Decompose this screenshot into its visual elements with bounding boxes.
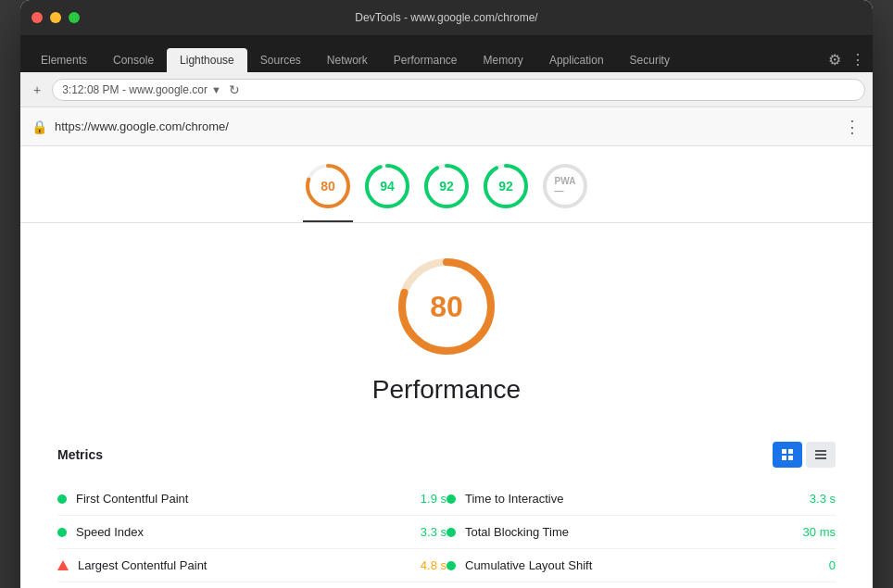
close-button[interactable]: [31, 12, 43, 23]
tab-network[interactable]: Network: [314, 48, 381, 72]
score-circle-92b: 92: [481, 161, 531, 211]
tbt-indicator: [446, 528, 456, 537]
cls-indicator: [446, 561, 456, 570]
url-text[interactable]: https://www.google.com/chrome/: [55, 119, 836, 133]
url-more-icon[interactable]: ⋮: [844, 117, 862, 137]
svg-rect-14: [788, 456, 793, 460]
big-score-circle: 80: [391, 251, 502, 362]
tab-bar-actions: ⚙ ⋮: [828, 51, 865, 72]
metric-row-si: Speed Index 3.3 s: [57, 516, 446, 549]
score-tab-seo[interactable]: 92: [481, 161, 531, 222]
tti-indicator: [446, 494, 456, 504]
score-circle-92a: 92: [421, 161, 472, 211]
tbt-label: Total Blocking Time: [465, 525, 794, 539]
score-tab-best-practices[interactable]: 92: [421, 161, 472, 222]
svg-rect-17: [815, 457, 826, 459]
tab-console[interactable]: Console: [100, 48, 167, 72]
dropdown-icon[interactable]: ▼: [211, 84, 221, 95]
score-tab-performance[interactable]: 80: [303, 161, 353, 222]
score-tabs-row: 80 94 92: [20, 146, 873, 223]
reload-icon[interactable]: ↻: [229, 82, 240, 97]
address-text: 3:12:08 PM - www.google.cor: [62, 83, 208, 96]
devtools-window: DevTools - www.google.com/chrome/ Elemen…: [20, 0, 873, 588]
metrics-header: Metrics: [57, 442, 836, 468]
tbt-value: 30 ms: [803, 525, 836, 539]
tab-elements[interactable]: Elements: [28, 48, 100, 72]
grid-icon: [781, 448, 794, 461]
maximize-button[interactable]: [69, 12, 80, 23]
big-score-container: 80 Performance: [57, 251, 836, 423]
metrics-grid: First Contentful Paint 1.9 s Speed Index…: [57, 482, 836, 582]
si-indicator: [57, 528, 67, 537]
security-lock-icon: 🔒: [31, 119, 47, 134]
metric-row-lcp: Largest Contentful Paint 4.8 s: [57, 549, 446, 582]
address-bar[interactable]: 3:12:08 PM - www.google.cor ▼ ↻: [52, 79, 865, 101]
metric-row-cls: Cumulative Layout Shift 0: [446, 549, 836, 582]
window-title: DevTools - www.google.com/chrome/: [355, 11, 537, 24]
score-circle-80: 80: [303, 161, 353, 211]
tab-security[interactable]: Security: [617, 48, 683, 72]
metrics-right-col: Time to Interactive 3.3 s Total Blocking…: [446, 482, 836, 582]
svg-rect-15: [815, 450, 826, 452]
section-title: Performance: [372, 375, 521, 405]
toolbar: + 3:12:08 PM - www.google.cor ▼ ↻: [20, 72, 873, 107]
tab-memory[interactable]: Memory: [471, 48, 536, 72]
score-value-92a: 92: [439, 179, 454, 194]
si-label: Speed Index: [76, 525, 411, 539]
score-circle-94: 94: [362, 161, 412, 211]
grid-view-button[interactable]: [773, 442, 802, 468]
svg-rect-13: [782, 456, 786, 460]
lcp-value: 4.8 s: [421, 558, 446, 572]
tab-lighthouse[interactable]: Lighthouse: [167, 48, 247, 72]
metric-row-tbt: Total Blocking Time 30 ms: [446, 516, 836, 549]
fcp-indicator: [57, 494, 67, 504]
lcp-indicator: [57, 560, 69, 570]
big-score-value: 80: [430, 290, 463, 324]
settings-icon[interactable]: ⚙: [828, 51, 841, 69]
tab-bar: Elements Console Lighthouse Sources Netw…: [20, 35, 873, 72]
tab-performance[interactable]: Performance: [381, 48, 471, 72]
tti-label: Time to Interactive: [465, 492, 800, 506]
minimize-button[interactable]: [50, 12, 61, 23]
lcp-label: Largest Contentful Paint: [78, 558, 411, 572]
fcp-value: 1.9 s: [421, 492, 446, 506]
score-tab-pwa[interactable]: PWA—: [540, 161, 590, 222]
metric-row-fcp: First Contentful Paint 1.9 s: [57, 482, 446, 516]
svg-rect-16: [815, 454, 826, 456]
list-icon: [814, 448, 827, 461]
score-value-pwa: PWA—: [555, 176, 576, 196]
svg-rect-11: [782, 449, 786, 454]
metrics-left-col: First Contentful Paint 1.9 s Speed Index…: [57, 482, 446, 582]
view-toggle: [773, 442, 836, 468]
tab-sources[interactable]: Sources: [247, 48, 314, 72]
metric-row-tti: Time to Interactive 3.3 s: [446, 482, 836, 516]
main-content: 80 Performance Metrics: [20, 223, 873, 588]
fcp-label: First Contentful Paint: [76, 492, 411, 506]
svg-rect-12: [788, 449, 793, 454]
list-view-button[interactable]: [806, 442, 836, 468]
cls-value: 0: [829, 558, 836, 572]
tab-application[interactable]: Application: [536, 48, 617, 72]
traffic-lights: [31, 12, 80, 23]
cls-label: Cumulative Layout Shift: [465, 558, 820, 572]
title-bar: DevTools - www.google.com/chrome/: [20, 0, 873, 35]
score-value-80: 80: [321, 179, 335, 194]
si-value: 3.3 s: [421, 525, 446, 539]
more-icon[interactable]: ⋮: [850, 51, 865, 69]
score-tab-accessibility[interactable]: 94: [362, 161, 412, 222]
url-bar: 🔒 https://www.google.com/chrome/ ⋮: [20, 107, 873, 146]
tti-value: 3.3 s: [810, 492, 836, 506]
score-value-92b: 92: [498, 179, 513, 194]
score-circle-pwa: PWA—: [540, 161, 590, 211]
metrics-label: Metrics: [57, 447, 103, 462]
score-value-94: 94: [380, 179, 395, 194]
new-tab-button[interactable]: +: [28, 79, 46, 101]
